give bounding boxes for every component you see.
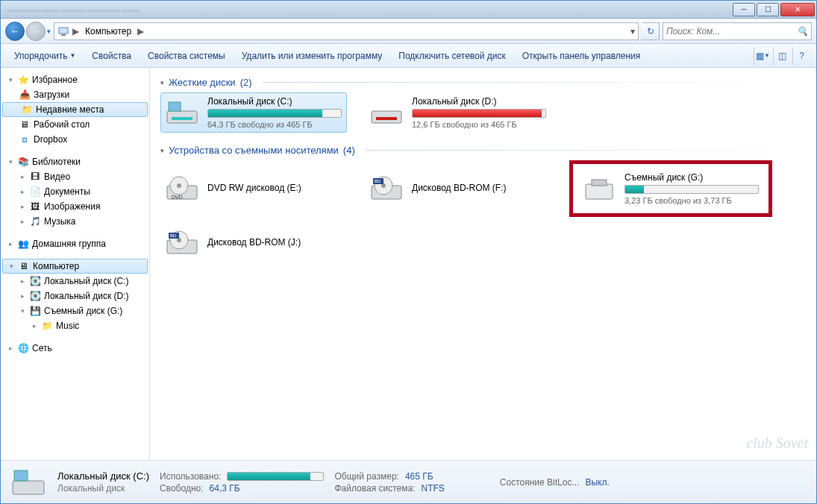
drive-name: Локальный диск (D:)	[412, 96, 548, 107]
used-bar	[227, 472, 324, 481]
details-title: Локальный диск (C:)	[57, 470, 149, 482]
bd-drive-icon: BD	[369, 174, 404, 204]
highlight-annotation: Съемный диск (G:) 3,23 ГБ свободно из 3,…	[569, 160, 772, 217]
history-dropdown[interactable]: ▾	[47, 28, 51, 35]
navigation-pane: ▾⭐Избранное 📥Загрузки 📁Недавние места 🖥Р…	[1, 68, 150, 460]
sidebar-downloads[interactable]: 📥Загрузки	[1, 87, 149, 102]
maximize-button[interactable]: ☐	[757, 3, 779, 16]
drive-removable-g[interactable]: Съемный диск (G:) 3,23 ГБ свободно из 3,…	[577, 168, 764, 209]
drive-free-text: 12,6 ГБ свободно из 465 ГБ	[412, 120, 548, 129]
hdd-icon	[10, 466, 47, 499]
svg-text:BD: BD	[375, 179, 381, 183]
system-properties-button[interactable]: Свойства системы	[140, 48, 233, 64]
free-label: Свободно:	[160, 483, 204, 494]
library-icon: 📚	[17, 156, 29, 168]
refresh-button[interactable]: ↻	[642, 22, 660, 40]
sidebar-music[interactable]: ▸🎵Музыка	[1, 214, 149, 229]
drive-icon: 💽	[29, 275, 41, 287]
collapse-icon: ▾	[160, 147, 164, 154]
svg-rect-16	[586, 184, 613, 199]
svg-point-9	[177, 183, 181, 188]
group-removable[interactable]: ▾ Устройства со съемными носителями (4)	[160, 145, 806, 156]
sidebar-removable-g[interactable]: ▾💾Съемный диск (G:)	[1, 303, 149, 318]
sidebar-local-d[interactable]: ▸💽Локальный диск (D:)	[1, 289, 149, 303]
sidebar-libraries[interactable]: ▾📚Библиотеки	[1, 154, 149, 169]
search-box[interactable]: 🔍	[663, 22, 812, 40]
bitlocker-value: Выкл.	[585, 477, 609, 488]
back-button[interactable]: ←	[5, 22, 25, 41]
breadcrumb-computer[interactable]: Компьютер	[82, 26, 134, 37]
collapse-icon: ▾	[160, 79, 164, 86]
documents-icon: 📄	[29, 186, 41, 198]
removable-icon: 💾	[29, 305, 41, 317]
drive-free-text: 3,23 ГБ свободно из 3,73 ГБ	[625, 196, 760, 205]
removable-drive-icon	[581, 174, 617, 204]
svg-rect-4	[172, 117, 192, 120]
nav-arrows: ← → ▾	[5, 22, 51, 41]
sidebar-favorites[interactable]: ▾⭐Избранное	[1, 72, 149, 87]
folder-icon: 📁	[41, 320, 53, 332]
address-dropdown[interactable]: ▾	[630, 26, 635, 37]
free-value: 64,3 ГБ	[210, 483, 240, 494]
sidebar-local-c[interactable]: ▸💽Локальный диск (C:)	[1, 274, 149, 289]
group-hard-drives[interactable]: ▾ Жесткие диски (2)	[160, 77, 806, 88]
details-pane: Локальный диск (C:) Локальный диск Испол…	[1, 460, 816, 503]
fs-value: NTFS	[421, 483, 444, 494]
map-drive-button[interactable]: Подключить сетевой диск	[391, 48, 513, 64]
drive-icon: 💽	[29, 290, 41, 302]
used-label: Использовано:	[160, 471, 221, 482]
desktop-icon: 🖥	[19, 119, 31, 130]
titlebar-text: ———— —— ——— ———— ——	[2, 5, 139, 14]
help-icon[interactable]: ?	[792, 47, 810, 65]
toolbar: Упорядочить ▼ Свойства Свойства системы …	[1, 44, 816, 68]
svg-rect-1	[61, 34, 66, 36]
computer-icon	[57, 25, 69, 37]
properties-button[interactable]: Свойства	[84, 48, 139, 64]
address-bar[interactable]: ▶ Компьютер ▶ ▾	[54, 22, 639, 40]
network-icon: 🌐	[17, 342, 29, 354]
drive-c[interactable]: Локальный диск (C:) 64,3 ГБ свободно из …	[160, 92, 347, 133]
forward-button[interactable]: →	[26, 22, 46, 41]
video-icon: 🎞	[29, 171, 41, 183]
watermark: club Sovet	[746, 435, 808, 452]
sidebar-music-folder[interactable]: ▸📁Music	[1, 318, 149, 333]
drive-bd-f[interactable]: BD Дисковод BD-ROM (F:)	[365, 160, 551, 217]
preview-pane-icon[interactable]: ◫	[773, 47, 791, 65]
drive-dvd-e[interactable]: DVD DVD RW дисковод (E:)	[160, 160, 347, 217]
search-icon: 🔍	[797, 26, 808, 37]
sidebar-homegroup[interactable]: ▸👥Домашняя группа	[1, 236, 149, 251]
sidebar-video[interactable]: ▸🎞Видео	[1, 169, 149, 184]
close-button[interactable]: ✕	[780, 3, 815, 16]
size-label: Общий размер:	[334, 471, 398, 482]
body: ▾⭐Избранное 📥Загрузки 📁Недавние места 🖥Р…	[1, 68, 816, 460]
drive-d[interactable]: Локальный диск (D:) 12,6 ГБ свободно из …	[365, 92, 551, 133]
drive-bd-j[interactable]: BD Дисковод BD-ROM (J:)	[160, 224, 347, 262]
svg-rect-6	[376, 117, 397, 120]
sidebar-computer[interactable]: ▾🖥Компьютер	[2, 259, 148, 274]
homegroup-icon: 👥	[17, 238, 29, 250]
fs-label: Файловая система:	[334, 483, 415, 494]
sidebar-dropbox[interactable]: ⧈Dropbox	[1, 132, 149, 147]
uninstall-button[interactable]: Удалить или изменить программу	[234, 48, 390, 64]
svg-text:DVD: DVD	[172, 195, 183, 200]
explorer-window: ———— —— ——— ———— —— ─ ☐ ✕ ← → ▾ ▶ Компью…	[0, 0, 817, 504]
sidebar-documents[interactable]: ▸📄Документы	[1, 184, 149, 199]
dvd-drive-icon: DVD	[164, 174, 200, 204]
minimize-button[interactable]: ─	[733, 3, 755, 16]
sidebar-recent[interactable]: 📁Недавние места	[2, 102, 148, 117]
control-panel-button[interactable]: Открыть панель управления	[515, 48, 648, 64]
dropbox-icon: ⧈	[19, 133, 31, 145]
sidebar-network[interactable]: ▸🌐Сеть	[1, 341, 149, 356]
sidebar-pictures[interactable]: ▸🖼Изображения	[1, 199, 149, 214]
pictures-icon: 🖼	[29, 201, 41, 212]
star-icon: ⭐	[17, 74, 29, 86]
navigation-bar: ← → ▾ ▶ Компьютер ▶ ▾ ↻ 🔍	[1, 19, 816, 44]
organize-button[interactable]: Упорядочить ▼	[7, 48, 83, 64]
downloads-icon: 📥	[19, 89, 31, 101]
drive-name: Дисковод BD-ROM (J:)	[207, 237, 343, 248]
svg-rect-3	[169, 102, 181, 111]
search-input[interactable]	[666, 26, 797, 37]
sidebar-desktop[interactable]: 🖥Рабочий стол	[1, 117, 149, 132]
view-icon[interactable]: ▦ ▼	[754, 47, 771, 65]
hdd-icon	[369, 98, 404, 127]
